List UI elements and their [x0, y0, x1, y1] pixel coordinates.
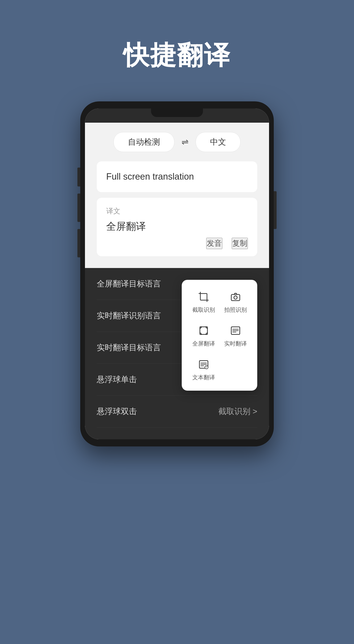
phone-button-power [274, 191, 277, 229]
quick-action-fullscreen[interactable]: 全屏翻译 [189, 321, 218, 352]
float-double-label: 悬浮球双击 [97, 406, 137, 417]
camera-icon [230, 292, 241, 304]
page-title: 快捷翻译 [123, 38, 231, 73]
realtime-icon [230, 326, 241, 338]
language-selector-row: 自动检测 ⇌ 中文 [97, 132, 257, 152]
phone-frame: 自动检测 ⇌ 中文 Full screen translation 译文 全屏翻… [80, 102, 274, 446]
float-single-label: 悬浮球单击 [97, 374, 137, 385]
source-language-button[interactable]: 自动检测 [114, 132, 175, 152]
settings-row-float-double[interactable]: 悬浮球双击 截取识别 > [97, 396, 257, 428]
quick-action-crop[interactable]: 截取识别 [189, 287, 218, 318]
quick-action-fullscreen-label: 全屏翻译 [192, 340, 215, 348]
quick-action-text[interactable]: T 文本翻译 [189, 354, 218, 386]
float-double-value: 截取识别 > [218, 406, 257, 417]
target-language-button[interactable]: 中文 [196, 132, 240, 152]
phone-button-volume-down [77, 229, 80, 257]
text-translate-icon: T [198, 359, 209, 371]
quick-action-text-label: 文本翻译 [192, 374, 215, 381]
result-actions: 发音 复制 [106, 238, 248, 249]
quick-action-camera-label: 拍照识别 [224, 306, 247, 314]
result-label: 译文 [106, 206, 248, 216]
svg-rect-5 [231, 294, 240, 300]
phone-button-volume-up [77, 194, 80, 222]
phone-notch [151, 108, 203, 117]
fullscreen-icon [198, 326, 209, 338]
realtime-target-label: 实时翻译目标语言 [97, 342, 161, 353]
realtime-source-label: 实时翻译识别语言 [97, 310, 161, 321]
translation-card-area: 自动检测 ⇌ 中文 Full screen translation 译文 全屏翻… [85, 123, 269, 268]
phone-screen: 自动检测 ⇌ 中文 Full screen translation 译文 全屏翻… [85, 108, 269, 439]
quick-action-crop-label: 截取识别 [192, 306, 215, 314]
pronounce-button[interactable]: 发音 [206, 238, 222, 249]
fullscreen-target-label: 全屏翻译目标语言 [97, 278, 161, 289]
crop-icon [198, 292, 209, 304]
result-area: 译文 全屏翻译 发音 复制 [97, 198, 257, 256]
screen-bottom-bar [85, 428, 269, 439]
settings-area: 全屏翻译目标语言 中文 > 实时翻译识别语言 实时翻译目标语言 [85, 268, 269, 428]
quick-action-camera[interactable]: 拍照识别 [221, 287, 250, 318]
quick-action-realtime[interactable]: 实时翻译 [221, 321, 250, 352]
svg-rect-0 [200, 294, 207, 300]
svg-text:T: T [206, 366, 207, 369]
svg-point-6 [234, 296, 237, 299]
input-text: Full screen translation [106, 170, 248, 184]
swap-languages-icon[interactable]: ⇌ [181, 137, 188, 147]
quick-actions-popup: 截取识别 拍照识别 [182, 280, 257, 391]
input-text-area[interactable]: Full screen translation [97, 162, 257, 192]
copy-button[interactable]: 复制 [232, 238, 248, 249]
quick-actions-grid: 截取识别 拍照识别 [189, 287, 250, 386]
phone-button-volume-silent [77, 168, 80, 186]
result-text: 全屏翻译 [106, 220, 248, 233]
quick-action-realtime-label: 实时翻译 [224, 340, 247, 348]
